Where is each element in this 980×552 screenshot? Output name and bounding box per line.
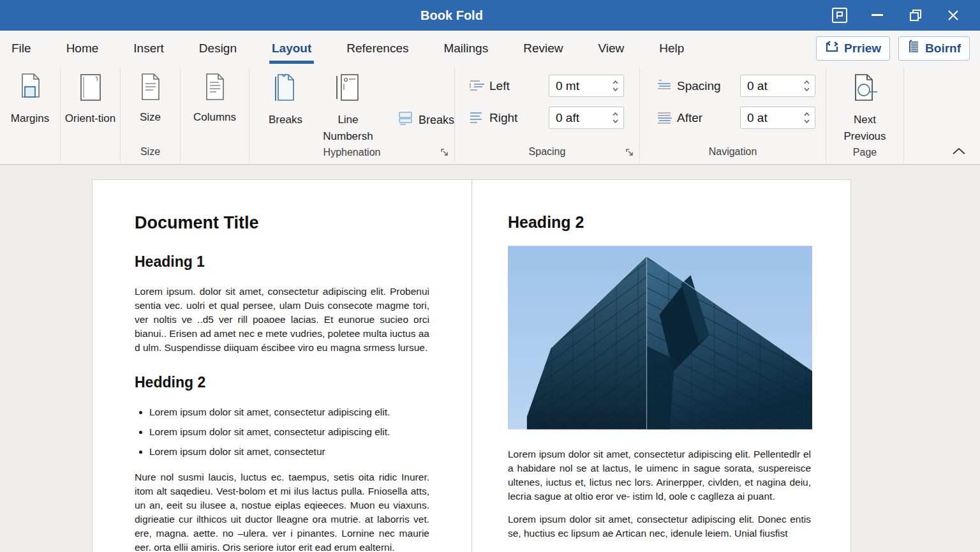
left-paragraph-1: Lorem ipsum. dolor sit amet, consectetur… [135,285,429,355]
indent-left-stepper[interactable] [612,80,623,91]
tab-view[interactable]: View [597,38,625,59]
breaks-small-button[interactable]: Breaks [399,94,454,147]
lined-document-icon [907,40,920,57]
spacing-dialog-launcher-icon[interactable] [626,148,634,160]
orientation-button[interactable]: Orient-tion [61,72,119,146]
right-paragraph-1: Lorem ipsum dolor sit amet, consectetur … [508,447,811,504]
left-paragraph-2: Nure nol susmi laucis, luctus ec. taempu… [135,470,429,552]
tab-references[interactable]: References [345,38,410,59]
breaks-small-icon [399,111,413,129]
heading-2-right: Heading 2 [508,213,811,232]
bullet-list: Lorem ipsum dolor sit amet, consectetur … [135,405,429,459]
page-size-icon [140,73,161,104]
spacing-after-field[interactable]: 0 at [740,107,815,129]
document-area: Document Title Heading 1 Lorem ipsum. do… [0,165,980,552]
page-left[interactable]: Document Title Heading 1 Lorem ipsum. do… [93,180,471,552]
indent-left-label: Left [489,79,529,93]
group-label-size: Size [121,146,180,164]
indent-right-label: Right [489,111,529,125]
heading-2-left: Hedding 2 [135,374,429,391]
columns-icon [204,73,226,104]
next-previous-button[interactable]: Next Previous [832,72,898,147]
restore-button[interactable] [905,4,926,26]
indent-left-field[interactable]: 0 mt [549,75,624,97]
line-numbers-icon [335,73,360,107]
indent-right-field[interactable]: 0 aft [549,107,624,129]
page-right[interactable]: Heading 2 [471,180,850,552]
tab-help[interactable]: Help [658,38,685,59]
indent-left-icon [468,79,487,93]
tab-review[interactable]: Review [522,38,564,59]
spacing-before-stepper[interactable] [804,80,815,91]
list-item: Lorem ipsum dolor sit amet, consectetur [149,445,429,459]
tab-file[interactable]: File [10,38,33,59]
window-title: Book Fold [83,8,820,23]
ribbon-tabs: File Home Insert Design Layout Reference… [0,38,816,59]
columns-button[interactable]: Columns [189,72,240,146]
close-button[interactable] [942,4,964,26]
group-label-spacing: Spacing [455,146,639,164]
page-search-icon [852,73,878,107]
collapse-ribbon-icon[interactable] [952,146,966,158]
spacing-before-label: Spacing [677,79,733,93]
menu-bar: File Home Insert Design Layout Reference… [0,31,980,66]
line-numbers-button[interactable]: Line Numbersh [316,72,380,147]
spacing-after-stepper[interactable] [804,112,815,123]
tab-design[interactable]: Design [198,38,238,59]
title-bar: Book Fold [0,0,980,31]
tab-mailings[interactable]: Mailings [442,38,489,59]
hyphenation-dialog-launcher-icon[interactable] [441,148,449,160]
book-fold-pages[interactable]: Document Title Heading 1 Lorem ipsum. do… [92,179,851,552]
preview-button[interactable]: Prriew [816,36,890,61]
breaks-button[interactable]: Breaks [265,72,306,147]
group-label-hyphenation: Hyphenation [249,147,454,164]
secondary-action-button[interactable]: Boirnf [898,36,970,61]
tab-insert[interactable]: Insert [132,38,165,59]
right-paragraph-2: Lorem ipsum dolor sit amet, consectetur … [508,512,811,541]
heading-1: Heading 1 [135,253,429,271]
indent-right-stepper[interactable] [612,112,623,123]
margins-icon [19,73,41,105]
minimize-button[interactable] [866,4,888,26]
page-break-icon [273,73,297,107]
ribbon: Margins Orient-tion Size Size Col [0,66,980,165]
list-item: Lorem ipsum dolor sit amet, consectetur … [149,405,429,419]
document-title: Document Title [135,213,429,233]
list-item: Lorem ipsum dolor sit amet, consectetur … [149,425,429,439]
spacing-after-icon [655,111,674,125]
ribbon-options-icon[interactable] [829,4,850,26]
share-arrows-icon [825,41,839,56]
group-label-page: Page [826,147,903,164]
size-button[interactable]: Size [136,72,165,146]
indent-right-icon [468,111,487,125]
spacing-before-icon [655,79,674,93]
spacing-after-label: After [677,111,733,125]
group-label-navigation: Navigation [640,146,826,164]
spacing-before-field[interactable]: 0 at [740,75,815,97]
tab-home[interactable]: Home [65,38,100,59]
margins-button[interactable]: Margins [7,72,53,146]
orientation-icon [79,73,102,105]
building-image [508,246,812,429]
tab-layout[interactable]: Layout [271,38,313,59]
